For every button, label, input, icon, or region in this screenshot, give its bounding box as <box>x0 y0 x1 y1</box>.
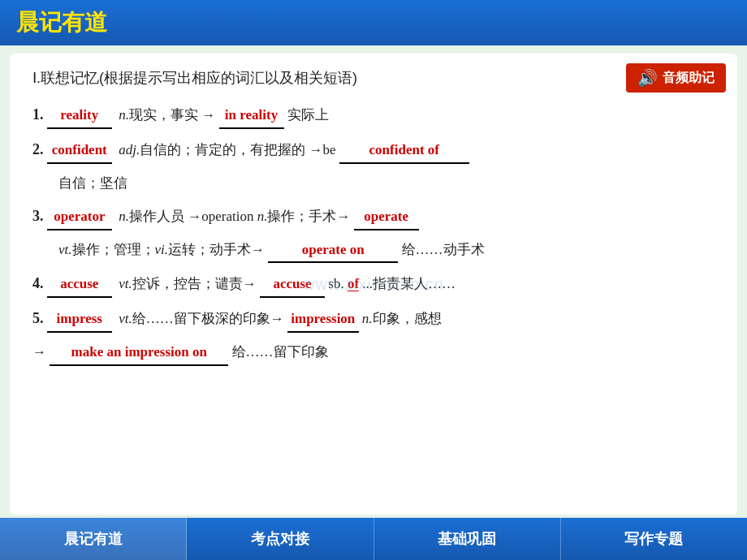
item5-arrow: → <box>32 344 50 360</box>
item3-phrase: operate <box>354 205 419 230</box>
item4-of: of <box>348 276 359 291</box>
item1-phrase: in reality <box>219 104 284 129</box>
item3-phrase2: operate on <box>268 239 398 264</box>
item3-pos: n.操作人员 <box>119 209 184 224</box>
audio-label: 音频助记 <box>663 70 715 87</box>
item3-cont-text: vt.操作；管理；vi.运转；动手术→ <box>58 239 265 262</box>
vocab-item-4: 4. accuse vt.控诉，控告；谴责→ accuse sb. of ...… <box>32 271 715 298</box>
vocab-item-5-cont: → make an impression on 给……留下印象 <box>32 341 715 366</box>
bottom-nav: 晨记有道 考点对接 基础巩固 写作专题 <box>0 518 747 560</box>
item5-word: impress <box>47 308 112 333</box>
vocab-item-2: 2. confident adj.自信的；肯定的，有把握的 →be confid… <box>32 137 715 164</box>
main-content: 🔊 音频助记 Ⅰ.联想记忆(根据提示写出相应的词汇以及相关短语) www.zix… <box>10 54 737 515</box>
nav-label-writing: 写作专题 <box>624 529 683 549</box>
item1-num: 1. <box>32 106 44 123</box>
header-title: 晨记有道 <box>16 7 107 38</box>
vocab-item-1: 1. reality n.现实，事实 → in reality 实际上 <box>32 102 715 129</box>
nav-item-morning[interactable]: 晨记有道 <box>0 518 187 560</box>
nav-label-basics: 基础巩固 <box>438 529 496 549</box>
nav-label-morning: 晨记有道 <box>64 529 123 549</box>
item3-num: 3. <box>32 208 44 224</box>
item5-pos: vt.给……留下极深的印象→ <box>119 311 284 326</box>
item5-phrase: impression <box>287 308 359 333</box>
item4-dots: ...指责某人…… <box>362 276 456 291</box>
item3-phrase2-meaning: 给……动手术 <box>402 242 485 257</box>
item1-pos: n.现实，事实 <box>119 107 198 123</box>
item4-phrase1: accuse <box>260 273 325 298</box>
item1-word: reality <box>47 104 112 129</box>
nav-label-keypoints: 考点对接 <box>251 529 309 549</box>
item2-word: confident <box>47 139 112 164</box>
item2-pos: adj.自信的；肯定的，有把握的 <box>119 142 305 157</box>
section-title-text: Ⅰ.联想记忆(根据提示写出相应的词汇以及相关短语) <box>32 70 357 86</box>
nav-item-writing[interactable]: 写作专题 <box>561 518 747 560</box>
item4-num: 4. <box>32 275 44 291</box>
vocab-item-5: 5. impress vt.给……留下极深的印象→ impression n.印… <box>32 306 715 333</box>
item5-phrase-meaning: n.印象，感想 <box>362 311 442 326</box>
item2-num: 2. <box>32 141 44 157</box>
item4-word: accuse <box>47 273 112 298</box>
nav-item-keypoints[interactable]: 考点对接 <box>187 518 374 560</box>
item4-pos: vt.控诉，控告；谴责→ <box>119 276 257 291</box>
item3-word: operator <box>47 205 112 230</box>
item1-arrow: → <box>201 107 215 123</box>
item5-num: 5. <box>32 310 44 326</box>
nav-item-basics[interactable]: 基础巩固 <box>374 518 561 560</box>
item2-cont-text: 自信；坚信 <box>58 172 127 196</box>
item5-phrase2: make an impression on <box>50 341 228 366</box>
vocab-item-3-cont: vt.操作；管理；vi.运转；动手术→ operate on 给……动手术 <box>32 239 715 264</box>
item5-phrase2-meaning: 给……留下印象 <box>232 344 329 360</box>
item2-phrase: confident of <box>339 139 469 164</box>
section-title: Ⅰ.联想记忆(根据提示写出相应的词汇以及相关短语) <box>32 68 715 88</box>
audio-button[interactable]: 🔊 音频助记 <box>626 63 726 93</box>
item4-sb: sb. <box>328 276 343 291</box>
speaker-icon: 🔊 <box>637 68 658 88</box>
vocab-item-3: 3. operator n.操作人员 →operation n.操作；手术→ o… <box>32 204 715 230</box>
item3-arrow1: →operation n.操作；手术→ <box>188 209 350 224</box>
item2-arrow: →be <box>309 142 339 157</box>
item1-phrase-meaning: 实际上 <box>287 107 329 123</box>
vocab-item-2-cont: 自信；坚信 <box>32 172 715 196</box>
header: 晨记有道 <box>0 0 747 45</box>
